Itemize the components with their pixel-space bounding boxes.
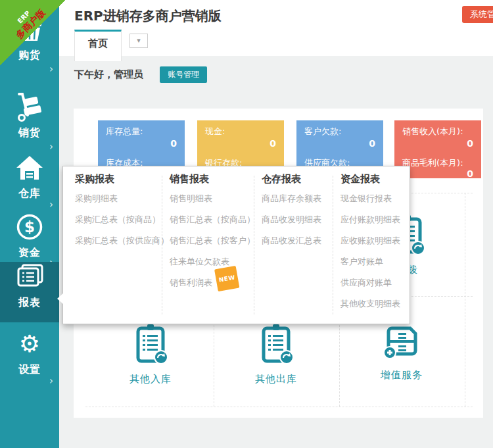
menu-item[interactable]: 采购汇总表（按商品） xyxy=(75,209,158,230)
warehouse-icon xyxy=(0,153,59,183)
menu-item[interactable]: 往来单位欠款表 xyxy=(170,251,251,272)
flyout-arrow-icon xyxy=(57,293,63,304)
sidebar-item-settings[interactable]: ⚙ 设置 › xyxy=(0,329,59,392)
sidebar-item-reports[interactable]: 报表 xyxy=(0,262,59,322)
stat-label: 商品毛利(本月): xyxy=(402,157,463,169)
sidebar-item-label: 仓库 xyxy=(18,187,41,201)
chevron-right-icon: › xyxy=(49,141,53,153)
svg-text:$: $ xyxy=(24,218,35,236)
drawer-plus-icon xyxy=(356,324,448,361)
menu-item[interactable]: 客户对账单 xyxy=(340,251,409,272)
shortcut-value-added-services[interactable]: 增值服务 xyxy=(356,324,448,382)
menu-item[interactable]: 销售汇总表（按客户） xyxy=(170,230,251,251)
menu-item-label: 销售利润表 xyxy=(170,278,212,287)
corner-ribbon: ERP 多商户版 xyxy=(0,0,66,66)
menu-item[interactable]: 商品收发汇总表 xyxy=(262,230,330,251)
flyout-divider xyxy=(333,176,333,314)
grid-divider xyxy=(465,193,465,407)
flyout-column-sales-reports: 销售报表 销售明细表 销售汇总表（按商品） 销售汇总表（按客户） 往来单位欠款表… xyxy=(170,166,251,293)
sidebar-item-label: 设置 xyxy=(18,363,41,377)
chevron-right-icon: › xyxy=(49,375,53,387)
shortcut-other-outbound[interactable]: 其他出库 xyxy=(230,324,322,386)
menu-item[interactable]: 应收账款明细表 xyxy=(340,230,409,251)
ribbon-text: ERP 多商户版 xyxy=(0,0,66,60)
report-icon xyxy=(0,262,59,292)
shortcut-label: 其他出库 xyxy=(230,373,322,386)
sidebar-item-label: 报表 xyxy=(18,296,41,310)
shortcut-other-inbound[interactable]: 其他入库 xyxy=(105,324,197,386)
stat-label: 销售收入(本月): xyxy=(402,126,463,137)
flyout-column-title: 销售报表 xyxy=(170,173,251,186)
stat-value: 0 xyxy=(170,138,177,149)
flyout-column-purchase-reports: 采购报表 采购明细表 采购汇总表（按商品） 采购汇总表（按供应商） xyxy=(75,166,158,251)
system-manage-button[interactable]: 系统管理 xyxy=(462,6,493,23)
menu-item[interactable]: 销售利润表 NEW xyxy=(170,272,251,293)
money-icon: $ xyxy=(0,212,59,242)
menu-item[interactable]: 销售明细表 xyxy=(170,188,251,209)
menu-item[interactable]: 供应商对账单 xyxy=(340,272,409,293)
menu-item[interactable]: 采购汇总表（按供应商） xyxy=(75,230,158,251)
sidebar-item-label: 销货 xyxy=(18,126,41,140)
page-title: ERP进销存多商户营销版 xyxy=(74,7,222,25)
chevron-down-icon: ▾ xyxy=(137,36,141,45)
menu-item[interactable]: 销售汇总表（按商品） xyxy=(170,209,251,230)
stat-value: 0 xyxy=(369,138,375,149)
stat-label: 库存总量: xyxy=(106,126,143,137)
flyout-column-title: 仓存报表 xyxy=(262,173,330,186)
tab-home[interactable]: 首页 xyxy=(74,30,122,61)
stat-value: 0 xyxy=(467,168,473,179)
menu-item[interactable]: 应付账款明细表 xyxy=(340,209,409,230)
sidebar-item-label: 资金 xyxy=(18,246,41,260)
chevron-right-icon: › xyxy=(49,199,53,211)
account-manage-button[interactable]: 账号管理 xyxy=(160,66,207,83)
gear-icon: ⚙ xyxy=(0,329,59,359)
grid-divider xyxy=(85,407,473,407)
menu-item[interactable]: 现金银行报表 xyxy=(340,188,409,209)
stat-value: 0 xyxy=(270,138,276,149)
sidebar-item-sales[interactable]: 销货 › xyxy=(0,92,59,158)
flyout-column-title: 采购报表 xyxy=(75,173,158,186)
reports-flyout-menu: 采购报表 采购明细表 采购汇总表（按商品） 采购汇总表（按供应商） 销售报表 销… xyxy=(62,166,410,324)
menu-item[interactable]: 其他收支明细表 xyxy=(340,293,409,314)
greeting-text: 下午好，管理员 账号管理 xyxy=(74,66,207,83)
clipboard-arrow-icon xyxy=(105,324,197,365)
sidebar: 购货 › 销货 › xyxy=(0,0,59,448)
stat-label: 现金: xyxy=(205,126,225,137)
menu-item[interactable]: 商品收发明细表 xyxy=(262,209,330,230)
tab-dropdown-button[interactable]: ▾ xyxy=(129,34,148,48)
greeting-label: 下午好，管理员 xyxy=(74,68,143,80)
stat-value: 0 xyxy=(467,138,473,149)
menu-item[interactable]: 商品库存余额表 xyxy=(262,188,330,209)
stat-label: 客户欠款: xyxy=(304,126,341,137)
shortcut-label: 其他入库 xyxy=(105,373,197,386)
shortcut-label: 增值服务 xyxy=(356,369,448,382)
erp-home-page: ERP进销存多商户营销版 系统管理 首页 ▾ 下午好，管理员 账号管理 库存总量… xyxy=(0,0,493,448)
menu-item[interactable]: 采购明细表 xyxy=(75,188,158,209)
trolley-icon xyxy=(0,92,59,122)
flyout-column-title: 资金报表 xyxy=(340,173,409,186)
flyout-column-finance-reports: 资金报表 现金银行报表 应付账款明细表 应收账款明细表 客户对账单 供应商对账单… xyxy=(340,166,409,314)
new-badge: NEW xyxy=(214,266,240,291)
clipboard-arrow-icon xyxy=(230,324,322,365)
flyout-column-warehouse-reports: 仓存报表 商品库存余额表 商品收发明细表 商品收发汇总表 xyxy=(262,166,330,251)
sidebar-item-warehouse[interactable]: 仓库 › xyxy=(0,153,59,216)
